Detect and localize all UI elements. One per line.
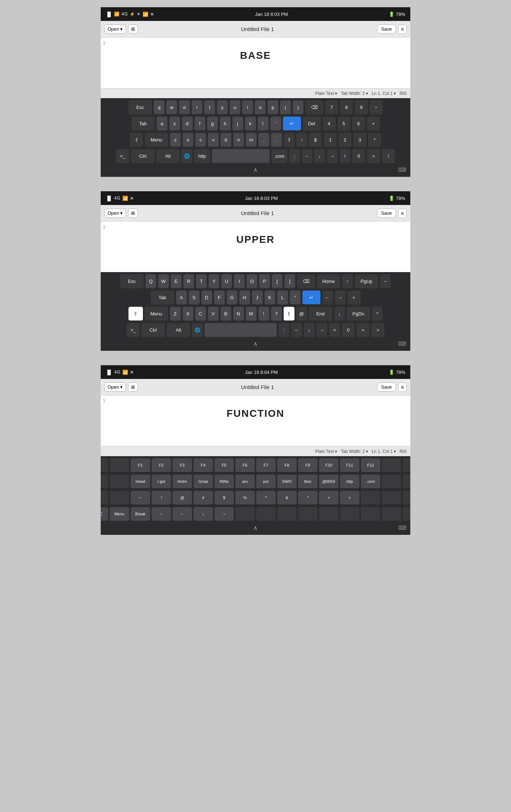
add-button-2[interactable]: ⊞ xyxy=(128,209,138,218)
key-f10[interactable]: F10 xyxy=(319,458,339,473)
key-menu-fn[interactable]: Menu xyxy=(110,507,129,521)
key-d[interactable]: d xyxy=(182,117,193,131)
key-Q[interactable]: Q xyxy=(145,274,156,289)
key-down[interactable]: ↓ xyxy=(314,149,325,163)
key-D[interactable]: D xyxy=(201,291,212,305)
key-f3[interactable]: F3 xyxy=(172,458,192,473)
key-space-u[interactable] xyxy=(205,323,277,337)
editor-content-2[interactable]: UPPER xyxy=(101,230,410,270)
key-lt-u[interactable]: < xyxy=(329,323,340,337)
key-f1[interactable]: F1 xyxy=(131,458,150,473)
key-t[interactable]: t xyxy=(204,100,215,115)
key-A[interactable]: A xyxy=(176,291,187,305)
key-W[interactable]: W xyxy=(158,274,169,289)
key-plus[interactable]: + xyxy=(367,117,380,131)
key-at-fn[interactable]: @ xyxy=(172,491,192,505)
key-0-u[interactable]: 0 xyxy=(342,323,355,337)
key-terminal-u[interactable]: >_ xyxy=(127,323,140,337)
key-8[interactable]: 8 xyxy=(340,100,353,115)
key-left[interactable]: ← xyxy=(302,149,313,163)
save-button-3[interactable]: Save xyxy=(377,383,396,392)
key-alt-u[interactable]: Alt xyxy=(167,323,190,337)
key-asterisk-fn[interactable]: * xyxy=(298,491,318,505)
key-dotcom-fn[interactable]: .com xyxy=(361,475,380,489)
key-lparen[interactable]: ( xyxy=(280,100,291,115)
key-shift2-u[interactable]: ⇧ xyxy=(284,307,294,321)
key-C[interactable]: C xyxy=(195,307,206,321)
key-B[interactable]: B xyxy=(220,307,231,321)
key-break[interactable]: Break xyxy=(131,507,150,521)
key-percent[interactable]: % xyxy=(235,491,255,505)
key-equals[interactable]: = xyxy=(367,149,380,163)
key-down-fn[interactable]: ↓ xyxy=(193,507,213,521)
key-right-fn[interactable]: → xyxy=(214,507,234,521)
key-colon-u[interactable]: : xyxy=(279,323,289,337)
key-inne[interactable]: INNe xyxy=(214,475,234,489)
key-Y[interactable]: Y xyxy=(209,274,219,289)
key-terminal[interactable]: >_ xyxy=(116,149,129,163)
key-y[interactable]: y xyxy=(217,100,228,115)
key-f11[interactable]: F11 xyxy=(340,458,359,473)
key-f8[interactable]: F8 xyxy=(277,458,297,473)
key-caret[interactable]: ^ xyxy=(256,491,276,505)
key-M[interactable]: M xyxy=(246,307,257,321)
key-3[interactable]: 3 xyxy=(353,133,366,147)
add-button-1[interactable]: ⊞ xyxy=(128,25,138,34)
key-rbracket[interactable]: ] xyxy=(284,274,295,289)
save-button-2[interactable]: Save xyxy=(377,209,396,218)
key-u[interactable]: u xyxy=(230,100,240,115)
key-U[interactable]: U xyxy=(221,274,232,289)
key-f5[interactable]: F5 xyxy=(214,458,234,473)
key-7[interactable]: 7 xyxy=(325,100,338,115)
key-http[interactable]: http xyxy=(194,149,210,163)
key-9[interactable]: 9 xyxy=(355,100,368,115)
key-f2[interactable]: F2 xyxy=(152,458,171,473)
key-right-u[interactable]: → xyxy=(335,291,346,305)
key-left2-u[interactable]: ← xyxy=(291,323,302,337)
key-shift-u[interactable]: ⇧ xyxy=(128,307,143,321)
key-ctrl-u[interactable]: Ctrl xyxy=(141,323,165,337)
key-comma[interactable]: , xyxy=(258,133,269,147)
key-up-nav[interactable]: ↑ xyxy=(296,133,307,147)
open-button-2[interactable]: Open ▾ xyxy=(104,209,126,218)
key-m[interactable]: m xyxy=(246,133,257,147)
key-i[interactable]: i xyxy=(242,100,253,115)
key-h[interactable]: h xyxy=(220,117,231,131)
key-f4[interactable]: F4 xyxy=(193,458,213,473)
key-J[interactable]: J xyxy=(252,291,263,305)
key-L[interactable]: L xyxy=(277,291,288,305)
key-space[interactable] xyxy=(212,149,270,163)
key-S[interactable]: S xyxy=(189,291,200,305)
key-right2-u[interactable]: → xyxy=(316,323,327,337)
key-head[interactable]: Head xyxy=(131,475,150,489)
key-s[interactable]: s xyxy=(169,117,180,131)
key-igot[interactable]: I got xyxy=(152,475,171,489)
key-p[interactable]: p xyxy=(267,100,278,115)
key-1[interactable]: 1 xyxy=(324,133,337,147)
key-T[interactable]: T xyxy=(196,274,207,289)
key-a[interactable]: a xyxy=(157,117,167,131)
key-g[interactable]: g xyxy=(207,117,218,131)
editor-content-3[interactable]: FUNCTION xyxy=(101,404,410,444)
key-R[interactable]: R xyxy=(183,274,194,289)
key-G[interactable]: G xyxy=(227,291,237,305)
key-ampersand[interactable]: & xyxy=(277,491,297,505)
key-f7[interactable]: F7 xyxy=(256,458,276,473)
key-lbracket[interactable]: [ xyxy=(272,274,283,289)
save-button-1[interactable]: Save xyxy=(377,25,396,34)
key-up-u[interactable]: ↑ xyxy=(342,274,353,289)
key-asterisk-u[interactable]: * xyxy=(372,307,383,321)
key-enter-u[interactable]: ↵ xyxy=(302,291,320,305)
key-ctrl[interactable]: Ctrl xyxy=(131,149,154,163)
key-gt-u[interactable]: > xyxy=(371,323,384,337)
key-f9[interactable]: F9 xyxy=(298,458,318,473)
key-alt[interactable]: Alt xyxy=(156,149,180,163)
key-up-fn[interactable]: ↑ xyxy=(152,507,171,521)
key-semicolon[interactable]: ; xyxy=(289,149,300,163)
key-f6[interactable]: F6 xyxy=(235,458,255,473)
key-shift[interactable]: ⇧ xyxy=(130,133,143,147)
key-asterisk[interactable]: * xyxy=(368,133,381,147)
key-hash[interactable]: # xyxy=(193,491,213,505)
key-pm[interactable]: pm xyxy=(256,475,276,489)
key-http-fn[interactable]: http xyxy=(340,475,359,489)
